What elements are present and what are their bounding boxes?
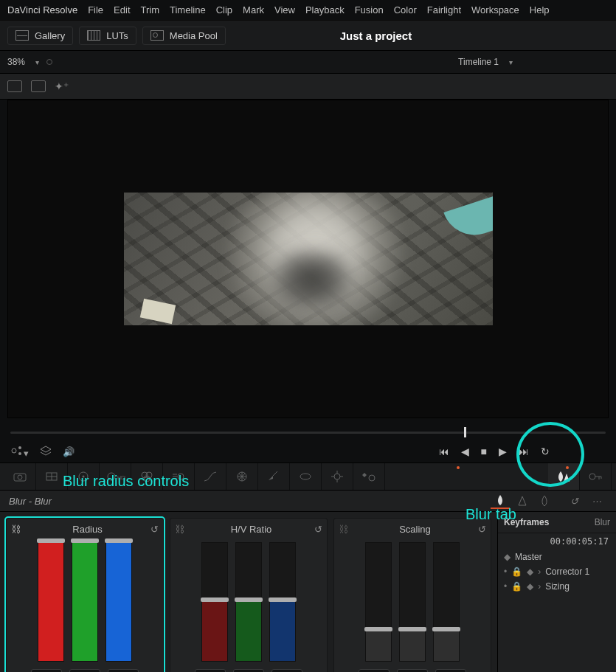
speaker-icon[interactable]: 🔊 [63,446,75,457]
scaling-group: ⛓ Scaling ↺ 0.25 0.25 0.25 [333,518,491,672]
hvratio-blue-value[interactable]: 0.50 [271,669,302,672]
scaling-red-value[interactable]: 0.25 [359,669,390,672]
link-channels-icon[interactable]: ⛓ [339,524,352,535]
svg-point-11 [108,473,115,480]
blur-tab-icon[interactable] [548,463,580,490]
radius-green-value[interactable]: 2.01 [69,669,100,672]
jump-start-icon[interactable]: ⏮ [439,446,449,457]
menu-fusion[interactable]: Fusion [355,4,384,15]
chevron-down-icon[interactable]: ▾ [509,58,513,66]
play-icon[interactable]: ▶ [499,446,507,457]
hvratio-group: ⛓ H/V Ratio ↺ 0.50 0.50 0.50 [170,518,328,672]
svg-point-23 [334,474,340,479]
radius-green-slider[interactable] [72,542,98,662]
menu-workspace[interactable]: Workspace [471,4,519,15]
luts-button[interactable]: LUTs [79,27,136,45]
keyframes-title: Keyframes [504,517,549,527]
menu-trim[interactable]: Trim [141,4,160,15]
qualifier-icon[interactable] [258,463,290,490]
radius-red-value[interactable]: 2.01 [31,669,62,672]
blur-subtab-icon[interactable] [491,493,510,509]
menu-color[interactable]: Color [394,4,417,15]
timeline-selector[interactable]: Timeline 1 [458,57,499,67]
hvratio-green-value[interactable]: 0.50 [233,669,264,672]
reset-icon[interactable]: ↺ [478,524,486,535]
breadcrumb-path: Blur - Blur [9,496,52,507]
menu-timeline[interactable]: Timeline [170,4,206,15]
reset-icon[interactable]: ↺ [150,524,159,535]
mini-timeline[interactable] [10,426,606,437]
menu-playback[interactable]: Playback [305,4,345,15]
jump-end-icon[interactable]: ⏭ [519,446,529,457]
reset-icon[interactable]: ↺ [314,524,322,535]
hvratio-red-value[interactable]: 0.50 [195,669,226,672]
hvratio-green-slider[interactable] [235,542,262,662]
gallery-button[interactable]: Gallery [7,27,73,45]
project-title: Just a project [232,30,520,42]
zoom-dot-icon[interactable] [46,59,52,65]
scaling-blue-slider[interactable] [433,542,460,662]
loop-icon[interactable]: ↻ [541,446,550,457]
bullet-icon: • [504,581,507,592]
step-back-icon[interactable]: ◀ [461,446,469,457]
camera-raw-icon[interactable] [4,463,36,490]
hvratio-red-slider[interactable] [201,542,228,662]
scaling-green-slider[interactable] [399,542,426,662]
layout-split-icon[interactable] [31,80,46,92]
options-menu-icon[interactable]: ⋯ [586,493,606,508]
hdr-icon[interactable]: HDR [100,463,131,490]
key-icon[interactable] [580,463,612,490]
chevron-down-icon[interactable]: ▾ [35,58,39,66]
node-graph-icon[interactable]: ▾ [10,445,29,459]
lock-icon: 🔒 [511,581,522,592]
tracker-icon[interactable] [322,463,353,490]
menu-help[interactable]: Help [530,4,550,15]
svg-text:HDR: HDR [117,475,125,480]
zoom-percent[interactable]: 38% [7,57,25,67]
menu-fairlight[interactable]: Fairlight [427,4,461,15]
reset-icon[interactable]: ↺ [564,493,584,508]
blur-groups-row: ⛓ Radius ↺ 2.01 2.01 2.01 ⛓ H/V Ratio ↺ [0,512,497,672]
menu-mark[interactable]: Mark [243,4,264,15]
magic-wand-icon[interactable]: ✦⁺ [55,80,69,92]
menu-edit[interactable]: Edit [114,4,130,15]
blur-panel: ⛓ Radius ↺ 2.01 2.01 2.01 ⛓ H/V Ratio ↺ [0,512,616,672]
link-channels-icon[interactable]: ⛓ [175,524,188,535]
radius-blue-slider[interactable] [105,542,132,662]
svg-point-1 [18,446,21,449]
layers-icon[interactable] [39,445,52,459]
mist-subtab-icon[interactable] [535,493,554,508]
kf-sizing-row[interactable]: • 🔒 ◆ › Sizing [498,579,616,594]
color-match-icon[interactable] [36,463,68,490]
motion-effects-icon[interactable] [163,463,195,490]
keyframes-tab[interactable]: Blur [595,517,610,527]
stop-icon[interactable]: ■ [481,446,487,457]
kf-corrector1-row[interactable]: • 🔒 ◆ › Corrector 1 [498,564,616,579]
timeline-playhead[interactable] [464,427,466,437]
magic-mask-icon[interactable] [353,463,385,490]
color-warper-icon[interactable] [226,463,258,490]
layout-single-icon[interactable] [7,80,22,92]
view-options-row: ✦⁺ [0,74,616,100]
hvratio-blue-slider[interactable] [269,542,296,662]
keyframes-panel: Keyframes Blur 00:00:05:17 ◆ Master • 🔒 … [497,512,616,672]
scaling-green-value[interactable]: 0.25 [397,669,428,672]
scaling-blue-value[interactable]: 0.25 [435,669,466,672]
sharpen-subtab-icon[interactable] [513,493,532,508]
luts-icon [87,30,100,41]
menu-view[interactable]: View [274,4,295,15]
power-windows-icon[interactable] [290,463,322,490]
viewer[interactable] [7,100,609,418]
menu-file[interactable]: File [88,4,103,15]
menu-clip[interactable]: Clip [216,4,232,15]
rgb-mixer-icon[interactable] [131,463,163,490]
radius-blue-value[interactable]: 2.01 [108,669,139,672]
svg-point-10 [83,476,85,478]
media-pool-button[interactable]: Media Pool [142,27,226,45]
radius-red-slider[interactable] [38,542,64,662]
link-channels-icon[interactable]: ⛓ [11,524,24,535]
curves-icon[interactable] [195,463,226,490]
scaling-red-slider[interactable] [365,542,392,662]
kf-master-row[interactable]: ◆ Master [498,550,616,564]
color-wheels-icon[interactable] [68,463,100,490]
